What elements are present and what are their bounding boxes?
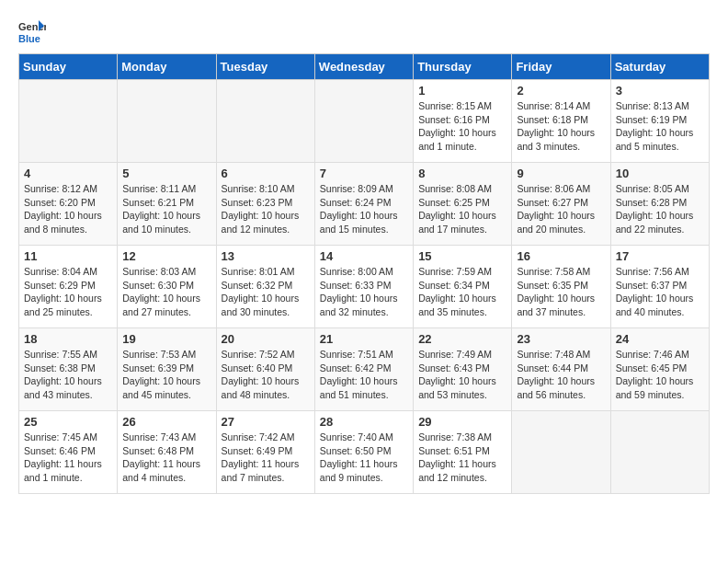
day-info: Sunrise: 7:40 AM Sunset: 6:50 PM Dayligh… [320,431,408,485]
day-info: Sunrise: 8:01 AM Sunset: 6:32 PM Dayligh… [222,265,310,319]
day-info: Sunrise: 7:59 AM Sunset: 6:34 PM Dayligh… [418,265,506,319]
day-info: Sunrise: 7:58 AM Sunset: 6:35 PM Dayligh… [517,265,605,319]
logo: General Blue [18,18,50,44]
day-number: 20 [222,332,310,346]
calendar-cell: 17Sunrise: 7:56 AM Sunset: 6:37 PM Dayli… [610,246,709,328]
calendar-cell: 20Sunrise: 7:52 AM Sunset: 6:40 PM Dayli… [216,328,314,411]
day-number: 27 [222,415,310,429]
day-info: Sunrise: 7:48 AM Sunset: 6:44 PM Dayligh… [517,348,605,402]
day-number: 17 [616,249,704,263]
calendar-cell: 19Sunrise: 7:53 AM Sunset: 6:39 PM Dayli… [118,328,216,411]
weekday-header-saturday: Saturday [610,54,709,80]
day-info: Sunrise: 8:15 AM Sunset: 6:16 PM Dayligh… [418,99,506,154]
day-info: Sunrise: 8:14 AM Sunset: 6:18 PM Dayligh… [517,99,605,154]
day-info: Sunrise: 8:12 AM Sunset: 6:20 PM Dayligh… [24,182,112,236]
day-info: Sunrise: 8:11 AM Sunset: 6:21 PM Dayligh… [122,182,210,236]
day-number: 25 [24,415,112,429]
calendar-cell: 26Sunrise: 7:43 AM Sunset: 6:48 PM Dayli… [118,411,216,494]
day-number: 26 [122,415,210,429]
day-number: 12 [122,249,210,263]
day-info: Sunrise: 7:49 AM Sunset: 6:43 PM Dayligh… [418,348,506,402]
calendar-cell: 2Sunrise: 8:14 AM Sunset: 6:18 PM Daylig… [512,80,610,163]
day-number: 8 [418,167,506,180]
logo-icon: General Blue [18,18,46,44]
calendar-cell: 10Sunrise: 8:05 AM Sunset: 6:28 PM Dayli… [610,163,709,246]
day-info: Sunrise: 8:10 AM Sunset: 6:23 PM Dayligh… [222,182,310,236]
day-info: Sunrise: 7:46 AM Sunset: 6:45 PM Dayligh… [616,348,704,402]
day-number: 22 [418,332,506,346]
calendar-cell: 8Sunrise: 8:08 AM Sunset: 6:25 PM Daylig… [414,163,512,246]
day-info: Sunrise: 7:52 AM Sunset: 6:40 PM Dayligh… [222,348,310,402]
day-number: 3 [616,84,704,98]
calendar-cell: 14Sunrise: 8:00 AM Sunset: 6:33 PM Dayli… [314,246,413,328]
calendar-cell [314,80,413,163]
day-number: 14 [320,249,408,263]
calendar-cell: 22Sunrise: 7:49 AM Sunset: 6:43 PM Dayli… [414,328,512,411]
day-number: 9 [517,167,605,180]
day-info: Sunrise: 8:08 AM Sunset: 6:25 PM Dayligh… [418,182,506,236]
weekday-header-thursday: Thursday [414,54,512,80]
calendar-cell: 1Sunrise: 8:15 AM Sunset: 6:16 PM Daylig… [414,80,512,163]
calendar-cell: 27Sunrise: 7:42 AM Sunset: 6:49 PM Dayli… [216,411,314,494]
day-info: Sunrise: 7:56 AM Sunset: 6:37 PM Dayligh… [616,265,704,319]
calendar-cell: 16Sunrise: 7:58 AM Sunset: 6:35 PM Dayli… [512,246,610,328]
day-number: 11 [24,249,112,263]
day-info: Sunrise: 8:04 AM Sunset: 6:29 PM Dayligh… [24,265,112,319]
weekday-header-monday: Monday [118,54,216,80]
day-number: 29 [418,415,506,429]
weekday-header-wednesday: Wednesday [314,54,413,80]
calendar-cell: 23Sunrise: 7:48 AM Sunset: 6:44 PM Dayli… [512,328,610,411]
day-number: 18 [24,332,112,346]
calendar-cell [118,80,216,163]
week-row-3: 11Sunrise: 8:04 AM Sunset: 6:29 PM Dayli… [19,246,710,328]
calendar-cell: 15Sunrise: 7:59 AM Sunset: 6:34 PM Dayli… [414,246,512,328]
week-row-4: 18Sunrise: 7:55 AM Sunset: 6:38 PM Dayli… [19,328,710,411]
day-number: 10 [616,167,704,180]
week-row-1: 1Sunrise: 8:15 AM Sunset: 6:16 PM Daylig… [19,80,710,163]
calendar-cell: 7Sunrise: 8:09 AM Sunset: 6:24 PM Daylig… [314,163,413,246]
weekday-header-sunday: Sunday [19,54,118,80]
day-number: 23 [517,332,605,346]
calendar-cell: 28Sunrise: 7:40 AM Sunset: 6:50 PM Dayli… [314,411,413,494]
calendar-cell: 29Sunrise: 7:38 AM Sunset: 6:51 PM Dayli… [414,411,512,494]
day-info: Sunrise: 8:03 AM Sunset: 6:30 PM Dayligh… [122,265,210,319]
day-info: Sunrise: 7:55 AM Sunset: 6:38 PM Dayligh… [24,348,112,402]
calendar-cell: 9Sunrise: 8:06 AM Sunset: 6:27 PM Daylig… [512,163,610,246]
calendar-cell: 13Sunrise: 8:01 AM Sunset: 6:32 PM Dayli… [216,246,314,328]
day-number: 15 [418,249,506,263]
day-number: 5 [122,167,210,180]
day-info: Sunrise: 8:06 AM Sunset: 6:27 PM Dayligh… [517,182,605,236]
calendar-cell [216,80,314,163]
weekday-header-friday: Friday [512,54,610,80]
day-number: 21 [320,332,408,346]
calendar-cell: 25Sunrise: 7:45 AM Sunset: 6:46 PM Dayli… [19,411,118,494]
day-info: Sunrise: 8:05 AM Sunset: 6:28 PM Dayligh… [616,182,704,236]
day-info: Sunrise: 7:45 AM Sunset: 6:46 PM Dayligh… [24,431,112,485]
weekday-header-tuesday: Tuesday [216,54,314,80]
day-info: Sunrise: 7:43 AM Sunset: 6:48 PM Dayligh… [122,431,210,485]
calendar-cell: 4Sunrise: 8:12 AM Sunset: 6:20 PM Daylig… [19,163,118,246]
calendar-cell: 3Sunrise: 8:13 AM Sunset: 6:19 PM Daylig… [610,80,709,163]
day-number: 24 [616,332,704,346]
svg-text:Blue: Blue [18,33,40,44]
calendar-cell [19,80,118,163]
day-number: 19 [122,332,210,346]
day-number: 28 [320,415,408,429]
calendar-cell: 5Sunrise: 8:11 AM Sunset: 6:21 PM Daylig… [118,163,216,246]
calendar-cell: 12Sunrise: 8:03 AM Sunset: 6:30 PM Dayli… [118,246,216,328]
calendar-cell: 24Sunrise: 7:46 AM Sunset: 6:45 PM Dayli… [610,328,709,411]
day-number: 2 [517,84,605,98]
calendar-cell: 21Sunrise: 7:51 AM Sunset: 6:42 PM Dayli… [314,328,413,411]
page-header: General Blue [18,18,710,44]
day-info: Sunrise: 7:38 AM Sunset: 6:51 PM Dayligh… [418,431,506,485]
calendar-cell [610,411,709,494]
day-number: 1 [418,84,506,98]
day-number: 6 [222,167,310,180]
day-number: 4 [24,167,112,180]
day-number: 16 [517,249,605,263]
day-info: Sunrise: 8:00 AM Sunset: 6:33 PM Dayligh… [320,265,408,319]
day-info: Sunrise: 8:13 AM Sunset: 6:19 PM Dayligh… [616,99,704,154]
day-info: Sunrise: 7:53 AM Sunset: 6:39 PM Dayligh… [122,348,210,402]
weekday-header-row: SundayMondayTuesdayWednesdayThursdayFrid… [19,54,710,80]
day-info: Sunrise: 7:42 AM Sunset: 6:49 PM Dayligh… [222,431,310,485]
